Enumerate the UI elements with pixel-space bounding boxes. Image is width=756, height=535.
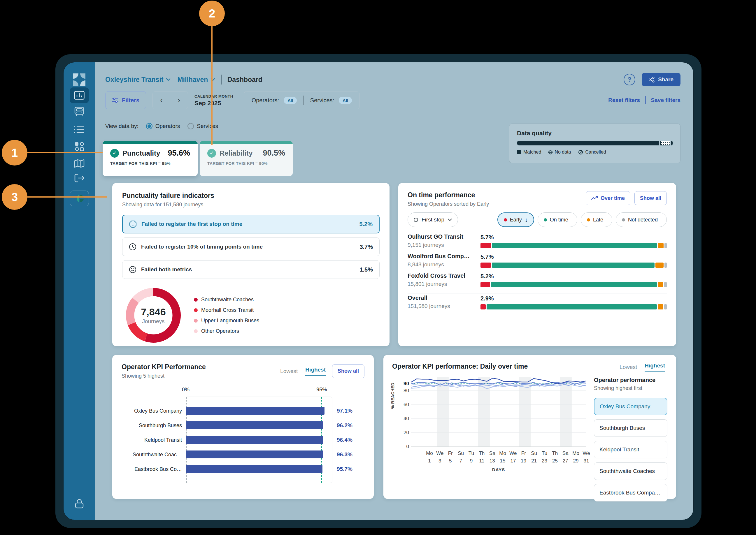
- operator-kpi-panel: Operator KPI Performance Showing 5 highe…: [112, 355, 374, 499]
- status-chip[interactable]: Not detected: [616, 212, 667, 227]
- failure-indicator-row[interactable]: Failed both metrics 1.5%: [122, 260, 380, 279]
- operator-performance-row[interactable]: Overall 151,580 journeys 2.9%: [408, 295, 667, 309]
- status-chip[interactable]: On time: [538, 212, 577, 227]
- failure-indicator-row[interactable]: Failed to register 10% of timing points …: [122, 238, 380, 256]
- legend-dot-icon: [194, 298, 198, 301]
- callout-line-2: [211, 26, 213, 145]
- callout-line-3: [27, 196, 107, 198]
- radio-services[interactable]: Services: [188, 123, 218, 129]
- callout-badge-3: 3: [2, 184, 27, 210]
- bar-value: 96.4%: [337, 437, 353, 443]
- bar-label: Keldpool Transit: [124, 437, 182, 443]
- sidebar-item-partner-app[interactable]: [70, 190, 89, 206]
- show-all-button[interactable]: Show all: [332, 364, 364, 378]
- callout-line-1: [27, 152, 102, 153]
- daily-line-chart: % REACHED 02040608090 Mo1We3Fr5Su7Tu9Th1…: [392, 377, 586, 501]
- help-button[interactable]: ?: [624, 74, 635, 85]
- sidebar-item-export[interactable]: [74, 174, 84, 183]
- topbar: Oxleyshire Transit Millhaven Dashboard ?…: [105, 72, 681, 87]
- sidebar-item-map[interactable]: [74, 159, 85, 168]
- operator-button[interactable]: Oxley Bus Company: [594, 398, 667, 415]
- bar[interactable]: [186, 450, 323, 458]
- chip-label: Not detected: [628, 217, 658, 223]
- cancelled-icon: [578, 150, 583, 155]
- filters-button[interactable]: Filters: [105, 91, 146, 109]
- sort-lowest[interactable]: Lowest: [280, 368, 298, 375]
- operator-name: Oxley Bus Company: [600, 403, 650, 410]
- operator-button[interactable]: Souththwaite Coaches: [594, 463, 667, 480]
- scope-summary[interactable]: Operators: All Services: All: [244, 91, 360, 109]
- stop-type-select[interactable]: First stop: [408, 212, 458, 227]
- legend-item: Upper Langmouth Buses: [194, 318, 259, 324]
- operator-button[interactable]: Southburgh Buses: [594, 419, 667, 437]
- operator-journeys: 9,151 journeys: [408, 242, 480, 248]
- tab-reliability[interactable]: ✓ Reliability 90.5% TARGET FOR THIS KPI …: [200, 141, 293, 176]
- legend-item: Other Operators: [194, 328, 259, 334]
- show-all-button[interactable]: Show all: [634, 191, 667, 205]
- on-time-rows: Oulhurst GO Transit 9,151 journeys 5.7%: [408, 234, 667, 309]
- save-filters-button[interactable]: Save filters: [651, 97, 681, 103]
- bar-value: 96.3%: [337, 451, 353, 458]
- line-chart-svg: [411, 377, 586, 447]
- radio-icon: [146, 123, 153, 129]
- sidebar-item-dashboard[interactable]: [70, 87, 89, 103]
- failure-value: 5.2%: [359, 221, 373, 228]
- x-tick: Th11: [479, 450, 484, 465]
- early-percentage: 2.9%: [480, 295, 667, 302]
- data-quality-legend: Matched No data Cancelled: [517, 150, 673, 155]
- view-data-by-label: View data by:: [105, 123, 138, 129]
- stop-icon: [414, 218, 418, 222]
- region-selector[interactable]: Millhaven: [177, 76, 215, 84]
- previous-period-button[interactable]: ‹: [153, 92, 170, 109]
- app-window: Oxleyshire Transit Millhaven Dashboard ?…: [64, 62, 693, 520]
- period-pager: ‹ ›: [153, 91, 188, 109]
- sort-highest[interactable]: Highest: [305, 367, 326, 376]
- kpi-bar-rows: Oxley Bus Company 97.1% Southburgh Buses…: [186, 407, 332, 473]
- app-logo-icon: [73, 73, 86, 86]
- over-time-button[interactable]: Over time: [586, 191, 630, 205]
- bar[interactable]: [186, 465, 322, 473]
- tab-punctuality[interactable]: ✓ Punctuality 95.6% TARGET FOR THIS KPI …: [102, 141, 198, 176]
- status-dot-icon: [544, 218, 547, 221]
- bar[interactable]: [186, 407, 325, 415]
- button-label: Over time: [600, 195, 625, 201]
- sidebar-item-vehicles[interactable]: [74, 107, 85, 117]
- status-chip[interactable]: Late: [581, 212, 612, 227]
- operator-button[interactable]: Eastbrook Bus Compa…: [594, 484, 667, 501]
- failure-label: Failed to register the first stop on tim…: [141, 221, 242, 227]
- operator-button[interactable]: Keldpool Transit: [594, 441, 667, 458]
- kpi-bar-row: Souththwaite Coac… 96.3%: [186, 450, 332, 458]
- chip-label: Late: [593, 217, 603, 223]
- panel-title: On time performance: [408, 191, 489, 199]
- bar[interactable]: [186, 421, 323, 429]
- org-selector[interactable]: Oxleyshire Transit: [105, 76, 171, 84]
- reset-filters-button[interactable]: Reset filters: [608, 97, 640, 103]
- operator-journeys: 8,843 journeys: [408, 261, 480, 268]
- lock-icon[interactable]: [75, 499, 84, 509]
- next-period-button[interactable]: ›: [170, 92, 188, 109]
- status-chips: Early ↓ On time Late: [497, 212, 667, 227]
- panel-title: Operator KPI performance: Daily over tim…: [392, 362, 528, 370]
- bar[interactable]: [186, 436, 323, 444]
- sidebar-item-categories[interactable]: [74, 142, 84, 152]
- operator-name: Overall: [408, 295, 480, 301]
- legend-label: No data: [555, 150, 571, 155]
- axis-label-0: 0%: [182, 387, 189, 393]
- donut-legend: Souththwaite CoachesMoorhall Cross Trans…: [194, 296, 259, 334]
- share-button[interactable]: Share: [642, 73, 681, 86]
- sort-highest[interactable]: Highest: [645, 362, 665, 372]
- x-tick: Mo15: [499, 450, 506, 465]
- operator-performance-row[interactable]: Woolford Bus Comp… 8,843 journeys 5.7%: [408, 253, 667, 268]
- sidebar-item-list[interactable]: [74, 126, 84, 133]
- operator-performance-row[interactable]: Foxfold Cross Travel 15,801 journeys 5.2…: [408, 272, 667, 287]
- tab-label: Reliability: [219, 149, 252, 157]
- operator-performance-row[interactable]: Oulhurst GO Transit 9,151 journeys 5.7%: [408, 234, 667, 248]
- divider: [221, 74, 221, 85]
- sort-lowest[interactable]: Lowest: [620, 364, 637, 370]
- failure-indicator-row[interactable]: Failed to register the first stop on tim…: [122, 215, 380, 234]
- chevron-down-icon: [166, 78, 171, 81]
- radio-operators[interactable]: Operators: [146, 123, 180, 129]
- status-chip[interactable]: Early ↓: [497, 212, 534, 227]
- legend-label: Cancelled: [585, 150, 606, 155]
- x-axis-title: DAYS: [411, 467, 586, 472]
